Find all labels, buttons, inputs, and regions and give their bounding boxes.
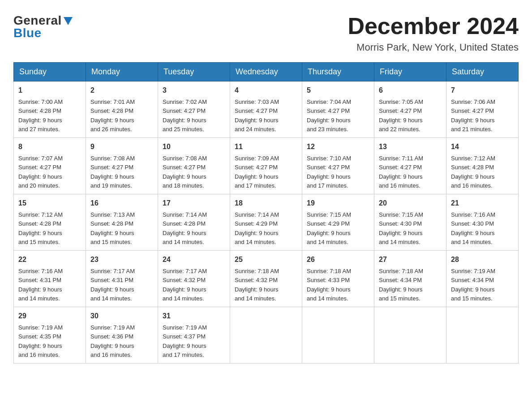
day-info: Sunrise: 7:10 AMSunset: 4:27 PMDaylight:… bbox=[307, 155, 351, 189]
page-header: General Blue December 2024 Morris Park, … bbox=[13, 13, 519, 53]
calendar-subtitle: Morris Park, New York, United States bbox=[348, 42, 519, 53]
day-info: Sunrise: 7:13 AMSunset: 4:28 PMDaylight:… bbox=[90, 211, 135, 245]
day-info: Sunrise: 7:08 AMSunset: 4:27 PMDaylight:… bbox=[163, 155, 207, 189]
day-number: 21 bbox=[451, 198, 514, 209]
svg-marker-0 bbox=[64, 17, 73, 25]
day-number: 20 bbox=[379, 198, 442, 209]
logo-blue: Blue bbox=[13, 26, 42, 40]
table-row: 5 Sunrise: 7:04 AMSunset: 4:27 PMDayligh… bbox=[302, 81, 374, 138]
table-row: 25 Sunrise: 7:18 AMSunset: 4:32 PMDaylig… bbox=[230, 251, 302, 307]
col-tuesday: Tuesday bbox=[158, 63, 230, 81]
day-info: Sunrise: 7:01 AMSunset: 4:28 PMDaylight:… bbox=[90, 98, 135, 133]
day-info: Sunrise: 7:05 AMSunset: 4:27 PMDaylight:… bbox=[379, 98, 423, 133]
table-row: 4 Sunrise: 7:03 AMSunset: 4:27 PMDayligh… bbox=[230, 81, 302, 138]
day-info: Sunrise: 7:03 AMSunset: 4:27 PMDaylight:… bbox=[235, 98, 279, 133]
day-info: Sunrise: 7:14 AMSunset: 4:29 PMDaylight:… bbox=[235, 211, 279, 245]
day-number: 24 bbox=[163, 254, 225, 265]
calendar-header-row: Sunday Monday Tuesday Wednesday Thursday… bbox=[14, 63, 519, 81]
table-row: 10 Sunrise: 7:08 AMSunset: 4:27 PMDaylig… bbox=[158, 138, 230, 194]
table-row: 9 Sunrise: 7:08 AMSunset: 4:27 PMDayligh… bbox=[86, 138, 158, 194]
day-info: Sunrise: 7:08 AMSunset: 4:27 PMDaylight:… bbox=[90, 155, 135, 189]
logo: General Blue bbox=[13, 13, 73, 40]
day-number: 28 bbox=[451, 254, 514, 265]
table-row: 24 Sunrise: 7:17 AMSunset: 4:32 PMDaylig… bbox=[158, 251, 230, 307]
day-info: Sunrise: 7:19 AMSunset: 4:35 PMDaylight:… bbox=[18, 324, 63, 358]
table-row: 16 Sunrise: 7:13 AMSunset: 4:28 PMDaylig… bbox=[86, 194, 158, 251]
table-row: 26 Sunrise: 7:18 AMSunset: 4:33 PMDaylig… bbox=[302, 251, 374, 307]
day-number: 4 bbox=[235, 85, 297, 96]
table-row: 1 Sunrise: 7:00 AMSunset: 4:28 PMDayligh… bbox=[14, 81, 86, 138]
day-number: 14 bbox=[451, 141, 514, 152]
day-info: Sunrise: 7:14 AMSunset: 4:28 PMDaylight:… bbox=[163, 211, 207, 245]
day-number: 29 bbox=[18, 311, 81, 321]
day-number: 7 bbox=[451, 85, 514, 96]
day-number: 16 bbox=[90, 198, 153, 209]
day-number: 25 bbox=[235, 254, 297, 265]
table-row: 17 Sunrise: 7:14 AMSunset: 4:28 PMDaylig… bbox=[158, 194, 230, 251]
table-row bbox=[302, 307, 374, 364]
col-monday: Monday bbox=[86, 63, 158, 81]
day-number: 6 bbox=[379, 85, 442, 96]
day-number: 15 bbox=[18, 198, 81, 209]
day-info: Sunrise: 7:16 AMSunset: 4:30 PMDaylight:… bbox=[451, 211, 495, 245]
day-info: Sunrise: 7:00 AMSunset: 4:28 PMDaylight:… bbox=[18, 98, 63, 133]
day-number: 13 bbox=[379, 141, 442, 152]
table-row bbox=[374, 307, 446, 364]
day-info: Sunrise: 7:12 AMSunset: 4:28 PMDaylight:… bbox=[18, 211, 63, 245]
table-row: 27 Sunrise: 7:18 AMSunset: 4:34 PMDaylig… bbox=[374, 251, 446, 307]
day-number: 3 bbox=[163, 85, 225, 96]
logo-triangle-icon bbox=[64, 17, 73, 25]
day-info: Sunrise: 7:17 AMSunset: 4:32 PMDaylight:… bbox=[163, 268, 207, 302]
table-row: 8 Sunrise: 7:07 AMSunset: 4:27 PMDayligh… bbox=[14, 138, 86, 194]
calendar-title: December 2024 bbox=[348, 13, 519, 39]
table-row: 3 Sunrise: 7:02 AMSunset: 4:27 PMDayligh… bbox=[158, 81, 230, 138]
day-number: 26 bbox=[307, 254, 369, 265]
day-info: Sunrise: 7:15 AMSunset: 4:29 PMDaylight:… bbox=[307, 211, 351, 245]
day-number: 12 bbox=[307, 141, 369, 152]
table-row: 29 Sunrise: 7:19 AMSunset: 4:35 PMDaylig… bbox=[14, 307, 86, 364]
table-row: 18 Sunrise: 7:14 AMSunset: 4:29 PMDaylig… bbox=[230, 194, 302, 251]
day-info: Sunrise: 7:17 AMSunset: 4:31 PMDaylight:… bbox=[90, 268, 135, 302]
day-info: Sunrise: 7:02 AMSunset: 4:27 PMDaylight:… bbox=[163, 98, 207, 133]
day-info: Sunrise: 7:18 AMSunset: 4:34 PMDaylight:… bbox=[379, 268, 423, 302]
day-number: 2 bbox=[90, 85, 153, 96]
title-area: December 2024 Morris Park, New York, Uni… bbox=[348, 13, 519, 53]
table-row: 14 Sunrise: 7:12 AMSunset: 4:28 PMDaylig… bbox=[446, 138, 519, 194]
col-friday: Friday bbox=[374, 63, 446, 81]
day-number: 23 bbox=[90, 254, 153, 265]
day-info: Sunrise: 7:09 AMSunset: 4:27 PMDaylight:… bbox=[235, 155, 279, 189]
day-number: 27 bbox=[379, 254, 442, 265]
day-number: 10 bbox=[163, 141, 225, 152]
table-row: 23 Sunrise: 7:17 AMSunset: 4:31 PMDaylig… bbox=[86, 251, 158, 307]
day-number: 1 bbox=[18, 85, 81, 96]
day-info: Sunrise: 7:18 AMSunset: 4:32 PMDaylight:… bbox=[235, 268, 279, 302]
day-info: Sunrise: 7:19 AMSunset: 4:36 PMDaylight:… bbox=[90, 324, 135, 358]
day-number: 19 bbox=[307, 198, 369, 209]
table-row: 6 Sunrise: 7:05 AMSunset: 4:27 PMDayligh… bbox=[374, 81, 446, 138]
table-row: 22 Sunrise: 7:16 AMSunset: 4:31 PMDaylig… bbox=[14, 251, 86, 307]
day-info: Sunrise: 7:19 AMSunset: 4:34 PMDaylight:… bbox=[451, 268, 495, 302]
table-row: 20 Sunrise: 7:15 AMSunset: 4:30 PMDaylig… bbox=[374, 194, 446, 251]
table-row: 30 Sunrise: 7:19 AMSunset: 4:36 PMDaylig… bbox=[86, 307, 158, 364]
table-row: 11 Sunrise: 7:09 AMSunset: 4:27 PMDaylig… bbox=[230, 138, 302, 194]
day-number: 18 bbox=[235, 198, 297, 209]
table-row: 21 Sunrise: 7:16 AMSunset: 4:30 PMDaylig… bbox=[446, 194, 519, 251]
day-info: Sunrise: 7:07 AMSunset: 4:27 PMDaylight:… bbox=[18, 155, 63, 189]
calendar-table: Sunday Monday Tuesday Wednesday Thursday… bbox=[13, 62, 519, 364]
day-number: 5 bbox=[307, 85, 369, 96]
day-number: 31 bbox=[163, 311, 225, 321]
table-row: 2 Sunrise: 7:01 AMSunset: 4:28 PMDayligh… bbox=[86, 81, 158, 138]
col-sunday: Sunday bbox=[14, 63, 86, 81]
table-row: 13 Sunrise: 7:11 AMSunset: 4:27 PMDaylig… bbox=[374, 138, 446, 194]
table-row: 12 Sunrise: 7:10 AMSunset: 4:27 PMDaylig… bbox=[302, 138, 374, 194]
table-row: 31 Sunrise: 7:19 AMSunset: 4:37 PMDaylig… bbox=[158, 307, 230, 364]
day-number: 30 bbox=[90, 311, 153, 321]
day-info: Sunrise: 7:19 AMSunset: 4:37 PMDaylight:… bbox=[163, 324, 207, 358]
table-row: 7 Sunrise: 7:06 AMSunset: 4:27 PMDayligh… bbox=[446, 81, 519, 138]
col-thursday: Thursday bbox=[302, 63, 374, 81]
table-row bbox=[230, 307, 302, 364]
table-row bbox=[446, 307, 519, 364]
day-info: Sunrise: 7:11 AMSunset: 4:27 PMDaylight:… bbox=[379, 155, 423, 189]
calendar-week-row: 8 Sunrise: 7:07 AMSunset: 4:27 PMDayligh… bbox=[14, 138, 519, 194]
day-info: Sunrise: 7:06 AMSunset: 4:27 PMDaylight:… bbox=[451, 98, 495, 133]
